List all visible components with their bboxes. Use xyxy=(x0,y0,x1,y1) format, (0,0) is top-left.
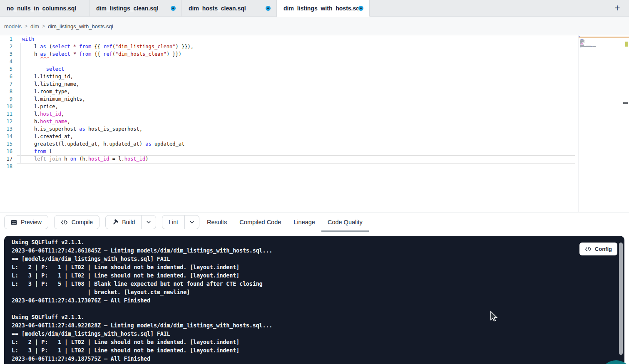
code-text: h.host_name, xyxy=(22,118,70,125)
code-token: l.room_type, xyxy=(22,89,70,94)
code-token: l.minimum_nights, xyxy=(22,96,85,102)
code-token xyxy=(70,51,73,57)
tab-dim_hosts_clean-sql[interactable]: dim_hosts_clean.sql xyxy=(182,0,277,17)
code-token: from xyxy=(79,44,91,50)
code-text: l.minimum_nights, xyxy=(22,95,85,103)
code-token: host_id xyxy=(40,111,61,117)
breadcrumb-separator: > xyxy=(25,23,27,29)
code-line[interactable]: 4 xyxy=(0,58,574,65)
code-token: h xyxy=(22,51,40,57)
code-text: greatest(l.updated_at, h.updated_at) as … xyxy=(22,140,184,148)
code-line[interactable]: 12 h.host_name, xyxy=(0,118,574,125)
code-token: ref xyxy=(103,44,112,50)
panel-tabs: ResultsCompiled CodeLineageCode Quality xyxy=(201,213,369,231)
terminal-line: 2023-06-06T11:27:49.187575Z — All Finish… xyxy=(12,354,612,363)
code-line[interactable]: 6 l.listing_id, xyxy=(0,73,574,80)
code-token xyxy=(22,156,34,162)
tab-label: no_nulls_in_columns.sql xyxy=(7,5,76,12)
tab-no_nulls_in_columns-sql[interactable]: no_nulls_in_columns.sql xyxy=(0,0,90,17)
lint-button[interactable]: Lint xyxy=(162,215,184,229)
terminal-line: 2023-06-06T11:27:48.922828Z — Linting mo… xyxy=(12,321,612,329)
preview-button[interactable]: Preview xyxy=(4,215,48,229)
code-line[interactable]: 10 l.price, xyxy=(0,103,574,110)
indent-guide xyxy=(20,43,21,163)
line-number: 18 xyxy=(0,163,12,170)
panel-tab-lineage[interactable]: Lineage xyxy=(287,213,321,231)
code-line[interactable]: 18 xyxy=(0,163,574,170)
code-line[interactable]: 11 l.host_id, xyxy=(0,110,574,118)
action-bar: PreviewCompileBuildLint ResultsCompiled … xyxy=(0,212,629,231)
code-line[interactable]: 16 from l xyxy=(0,148,574,155)
code-line[interactable]: 1with xyxy=(0,35,574,43)
button-label: Compile xyxy=(72,219,93,225)
panel-tab-code-quality[interactable]: Code Quality xyxy=(321,213,369,231)
build-dropdown-button[interactable] xyxy=(141,215,156,229)
code-token: ) }}), xyxy=(176,44,194,50)
code-token: l.listing_id, xyxy=(22,74,73,79)
lint-dropdown-button[interactable] xyxy=(184,215,199,229)
line-number: 8 xyxy=(0,88,12,95)
editor-scrollbar-marker[interactable] xyxy=(623,102,628,104)
breadcrumb: models>dim>dim_listings_with_hosts.sql xyxy=(4,17,113,35)
code-token: h.is_superhost xyxy=(22,126,79,132)
breadcrumb-segment[interactable]: dim xyxy=(30,23,39,30)
table-icon xyxy=(11,219,17,225)
code-token: ( xyxy=(46,44,52,50)
code-line[interactable]: 9 l.minimum_nights, xyxy=(0,95,574,103)
code-text: l.room_type, xyxy=(22,88,70,95)
tab-label: dim_listings_with_hosts.sql xyxy=(283,5,358,12)
code-line[interactable]: 7 l.listing_name, xyxy=(0,80,574,88)
line-number: 1 xyxy=(0,35,12,43)
compile-button[interactable]: Compile xyxy=(54,215,99,229)
code-line[interactable]: 15 greatest(l.updated_at, h.updated_at) … xyxy=(0,140,574,148)
code-token: ( xyxy=(112,44,115,50)
line-number: 15 xyxy=(0,140,12,148)
code-text: l.listing_name, xyxy=(22,80,79,88)
new-tab-button[interactable]: + xyxy=(612,2,623,14)
terminal-line: | bracket. [layout.cte_newline] xyxy=(12,288,612,296)
terminal-line: L: 3 | P: 1 | LT02 | Line should not be … xyxy=(12,271,612,280)
code-token: left join xyxy=(34,156,61,162)
code-token: "dim_listings_clean" xyxy=(115,44,176,50)
code-token xyxy=(22,149,34,154)
terminal-scrollbar[interactable] xyxy=(619,243,623,355)
breadcrumb-segment[interactable]: dim_listings_with_hosts.sql xyxy=(48,23,113,30)
line-number: 3 xyxy=(0,50,12,58)
code-line[interactable]: 8 l.room_type, xyxy=(0,88,574,95)
tab-bar: no_nulls_in_columns.sqldim_listings_clea… xyxy=(0,0,629,17)
breadcrumb-segment[interactable]: models xyxy=(4,23,22,30)
code-token: {{ xyxy=(91,44,103,50)
build-button-group: Build xyxy=(105,215,156,229)
line-number: 11 xyxy=(0,110,12,118)
code-line[interactable]: 17 left join h on (h.host_id = l.host_id… xyxy=(0,155,574,163)
code-line[interactable]: 2 l as (select * from {{ ref("dim_listin… xyxy=(0,43,574,50)
panel-tab-results[interactable]: Results xyxy=(201,213,233,231)
button-label: Build xyxy=(122,219,135,225)
code-editor[interactable]: 1with2 l as (select * from {{ ref("dim_l… xyxy=(0,35,629,212)
code-line[interactable]: 14 l.created_at, xyxy=(0,133,574,140)
breadcrumb-separator: > xyxy=(42,23,45,29)
code-token: {{ xyxy=(91,51,103,57)
terminal-panel[interactable]: Using SQLFluff v2.1.1.2023-06-06T11:27:4… xyxy=(4,236,624,364)
build-button[interactable]: Build xyxy=(105,215,141,229)
panel-tab-compiled-code[interactable]: Compiled Code xyxy=(233,213,287,231)
code-text: h as (select * from {{ ref("dim_hosts_cl… xyxy=(22,50,181,58)
terminal-line: L: 2 | P: 1 | LT02 | Line should not be … xyxy=(12,263,612,271)
terminal-line: == [models/dim/dim_listings_with_hosts.s… xyxy=(12,255,612,263)
code-token: as xyxy=(145,141,151,147)
minimap[interactable] xyxy=(578,35,624,212)
code-line[interactable]: 5 select xyxy=(0,65,574,73)
code-line[interactable]: 13 h.is_superhost as host_is_superhost, xyxy=(0,125,574,133)
modified-indicator-icon xyxy=(171,6,176,11)
tab-dim_listings_clean-sql[interactable]: dim_listings_clean.sql xyxy=(90,0,182,17)
tab-dim_listings_with_hosts-sql[interactable]: dim_listings_with_hosts.sql xyxy=(277,0,370,17)
line-number: 7 xyxy=(0,80,12,88)
code-token xyxy=(22,66,46,72)
terminal-line: Using SQLFluff v2.1.1. xyxy=(12,313,612,321)
code-token: host_is_superhost, xyxy=(85,126,142,132)
config-button[interactable]: Config xyxy=(579,243,617,255)
code-text: select xyxy=(22,65,64,73)
line-number: 4 xyxy=(0,58,12,65)
minimap-lint-highlight xyxy=(579,37,629,38)
code-line[interactable]: 3 h as (select * from {{ ref("dim_hosts_… xyxy=(0,50,574,58)
